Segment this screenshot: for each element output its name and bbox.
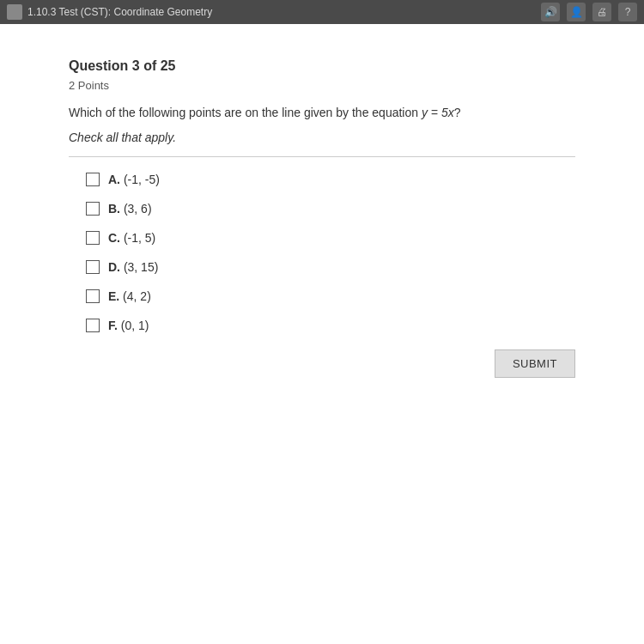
options-list: A. (-1, -5) B. (3, 6) C. (-1, 5) D. (3, … <box>69 173 575 332</box>
list-item: A. (-1, -5) <box>86 173 575 186</box>
option-label-a: A. (-1, -5) <box>108 173 160 186</box>
option-checkbox-d[interactable] <box>86 260 100 274</box>
list-item: D. (3, 15) <box>86 260 575 274</box>
top-bar: 1.10.3 Test (CST): Coordinate Geometry 🔊… <box>0 0 644 24</box>
option-label-f: F. (0, 1) <box>108 319 149 332</box>
option-label-c: C. (-1, 5) <box>108 231 155 245</box>
section-divider <box>69 156 575 157</box>
option-checkbox-c[interactable] <box>86 231 100 245</box>
option-letter-f: F. <box>108 319 118 332</box>
submit-area: SUBMIT <box>69 349 575 378</box>
option-checkbox-a[interactable] <box>86 173 100 186</box>
question-instruction: Check all that apply. <box>69 131 575 144</box>
question-text: Which of the following points are on the… <box>69 104 575 122</box>
print-icon[interactable]: 🖨 <box>592 3 611 21</box>
list-item: F. (0, 1) <box>86 319 575 332</box>
option-checkbox-e[interactable] <box>86 289 100 303</box>
option-checkbox-f[interactable] <box>86 319 100 332</box>
list-item: B. (3, 6) <box>86 202 575 216</box>
option-letter-d: D. <box>108 260 120 274</box>
question-points: 2 Points <box>69 79 575 92</box>
help-icon[interactable]: ? <box>618 3 637 21</box>
option-letter-e: E. <box>108 289 119 303</box>
top-bar-title: 1.10.3 Test (CST): Coordinate Geometry <box>27 6 212 18</box>
option-label-e: E. (4, 2) <box>108 289 151 303</box>
option-label-d: D. (3, 15) <box>108 260 158 274</box>
option-checkbox-b[interactable] <box>86 202 100 216</box>
top-bar-right: 🔊 👤 🖨 ? <box>541 3 637 21</box>
question-text-before: Which of the following points are on the… <box>69 106 422 119</box>
list-item: C. (-1, 5) <box>86 231 575 245</box>
option-letter-a: A. <box>108 173 120 186</box>
question-equation: y = 5x <box>422 106 454 119</box>
question-title: Question 3 of 25 <box>69 58 575 74</box>
option-letter-b: B. <box>108 202 120 216</box>
menu-icon[interactable] <box>7 4 22 20</box>
option-label-b: B. (3, 6) <box>108 202 152 216</box>
option-letter-c: C. <box>108 231 120 245</box>
speaker-icon[interactable]: 🔊 <box>541 3 560 21</box>
person-icon[interactable]: 👤 <box>567 3 586 21</box>
top-bar-left: 1.10.3 Test (CST): Coordinate Geometry <box>7 4 212 20</box>
submit-button[interactable]: SUBMIT <box>495 349 575 378</box>
main-content: Question 3 of 25 2 Points Which of the f… <box>0 24 644 404</box>
list-item: E. (4, 2) <box>86 289 575 303</box>
question-text-after: ? <box>454 106 461 119</box>
